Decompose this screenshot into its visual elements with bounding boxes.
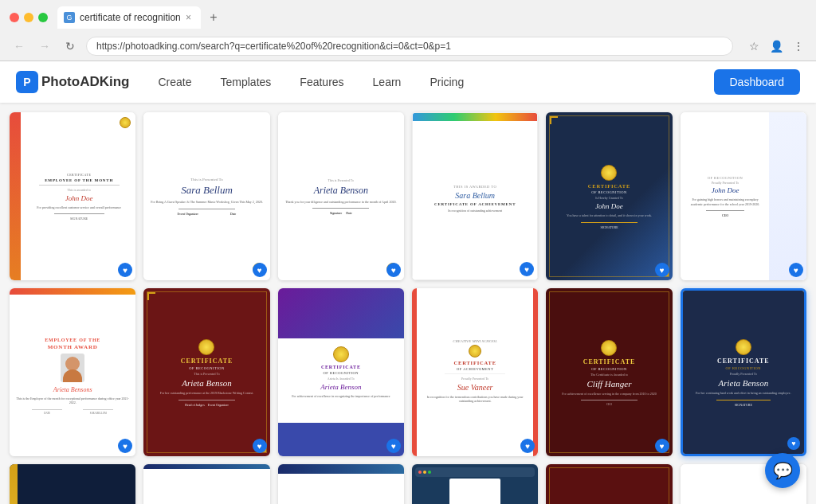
template-card[interactable]: CERTIFICATE OF RECOGNITION Is Hereby Gra…	[546, 112, 672, 280]
favorite-button[interactable]: ♥	[118, 439, 132, 453]
template-card[interactable]: CERTIFICATE OF RECOGNITION This is Prese…	[143, 288, 269, 456]
favorite-button[interactable]: ♥	[655, 263, 669, 277]
card-inner: OF RECOGNITION Proudly Presented To John…	[681, 112, 806, 280]
card-inner: CERTIFICATE OF RECOGNITION The Certifica…	[546, 288, 672, 456]
template-card[interactable]: OF RECOGNITION Proudly Presented To John…	[681, 112, 806, 280]
active-tab[interactable]: G certificate of recognition ×	[57, 6, 201, 29]
card-inner: CERTIFICATE OF RECOGNITION This is Prese…	[143, 288, 269, 456]
card-inner: This is awarded to Sara Bellum Certifica…	[412, 112, 538, 280]
card-inner: CERTIFICATE OF RECOGNITION Arieta Is Awa…	[278, 288, 404, 456]
menu-icon[interactable]: ⋮	[790, 38, 806, 54]
site-logo: P PhotoADKing	[16, 71, 129, 93]
site-nav: P PhotoADKing Create Templates Features …	[0, 61, 816, 103]
chat-button[interactable]: 💬	[765, 453, 800, 488]
nav-learn[interactable]: Learn	[360, 69, 414, 95]
template-card[interactable]: CERTIFICATE OF RECOGNITION Presented To …	[412, 464, 538, 504]
toolbar-icons: ☆ 👤 ⋮	[746, 38, 806, 54]
card-inner: CERTIFICATE OF RECOGNITION Proudly Prese…	[143, 464, 269, 504]
template-card[interactable]: EMPLOYEE OF THE MONTH AWARD Arieta Benso…	[10, 288, 135, 456]
maximize-window-button[interactable]	[38, 13, 48, 22]
browser-toolbar: ← → ↻ https://photoadking.com/search?q=c…	[0, 33, 816, 61]
cert-preview: This is awarded to Sara Bellum Certifica…	[412, 112, 538, 280]
favorite-button[interactable]: ♥	[520, 262, 534, 276]
tab-favicon: G	[64, 12, 75, 23]
logo-text: PhotoADKing	[41, 74, 129, 90]
browser-chrome: G certificate of recognition × + ← → ↻ h…	[0, 0, 816, 61]
nav-features[interactable]: Features	[287, 69, 356, 95]
profile-icon[interactable]: 👤	[768, 38, 784, 54]
cert-preview: CERTIFICATE EMPLOYEE OF THE MONTH This i…	[10, 112, 135, 280]
cert-preview: This is Presented To Sara Bellum For Bei…	[143, 112, 269, 280]
refresh-button[interactable]: ↻	[61, 37, 80, 56]
template-grid-container: CERTIFICATE EMPLOYEE OF THE MONTH This i…	[0, 103, 816, 504]
bookmark-icon[interactable]: ☆	[746, 38, 762, 54]
template-card[interactable]: CERTIFICATE OF RECOGNITION PROUDLY PRESE…	[278, 464, 404, 504]
browser-tabs: G certificate of recognition × +	[57, 6, 806, 29]
template-grid: CERTIFICATE EMPLOYEE OF THE MONTH This i…	[10, 112, 806, 504]
close-window-button[interactable]	[10, 13, 19, 22]
logo-icon: P	[16, 71, 38, 93]
card-inner: This is Presented To Sara Bellum For Bei…	[143, 112, 269, 280]
cert-preview: This is Presented To Arieta Benson Thank…	[278, 112, 404, 280]
nav-templates[interactable]: Templates	[208, 69, 284, 95]
cert-preview: CERTIFICATE OF RECOGNITION Arieta Is Awa…	[278, 288, 404, 456]
page-content: P PhotoADKing Create Templates Features …	[0, 61, 816, 504]
cert-preview: CERTIFICATE OF RECOGNITION Proudly Prese…	[683, 291, 804, 454]
back-button[interactable]: ←	[10, 37, 29, 56]
favorite-button[interactable]: ♥	[787, 437, 800, 450]
template-card[interactable]: CERTIFICATE OF RECOGNITION Arieta Is Awa…	[278, 288, 404, 456]
card-inner: CERTIFICATE OF RECOGNITION Is Hereby Gra…	[546, 112, 672, 280]
cert-preview: CERTIFICATE OF RECOGNITION Proudly Prese…	[143, 464, 269, 504]
template-card[interactable]: CREATIVE MINI SCHOOL CERTIFICATE OF ACHI…	[412, 288, 538, 456]
tab-close-button[interactable]: ×	[186, 12, 191, 23]
card-inner: CERTIFICATE OF RECOGNITION Presented To …	[412, 464, 538, 504]
favorite-button[interactable]: ♥	[789, 263, 803, 277]
template-card[interactable]: CERTIFICATE OF RECOGNITION Proudly Prese…	[143, 464, 269, 504]
forward-button[interactable]: →	[35, 37, 54, 56]
minimize-window-button[interactable]	[24, 13, 33, 22]
template-card[interactable]: CERTIFICATE OF RECOGNITION We Present Th…	[546, 464, 672, 504]
template-card-highlighted[interactable]: CERTIFICATE OF RECOGNITION Proudly Prese…	[681, 288, 806, 456]
template-card[interactable]: CERTIFICATE OF RECOGNITION The Certifica…	[546, 288, 672, 456]
address-bar[interactable]: https://photoadking.com/search?q=certifi…	[86, 37, 733, 56]
card-inner: CERTIFICATE OF RECOGNITION Proudly Prese…	[683, 291, 804, 454]
favorite-button[interactable]: ♥	[118, 263, 132, 277]
favorite-button[interactable]: ♥	[253, 439, 267, 453]
card-inner: CERTIFICATE OF RECOGNITION This Certific…	[10, 464, 135, 504]
cert-preview: CERTIFICATE OF RECOGNITION This Certific…	[10, 464, 135, 504]
cert-preview: EMPLOYEE OF THE MONTH AWARD Arieta Benso…	[10, 288, 135, 456]
new-tab-button[interactable]: +	[204, 8, 223, 27]
card-inner: CERTIFICATE OF RECOGNITION We Present Th…	[546, 464, 672, 504]
favorite-button[interactable]: ♥	[386, 263, 401, 277]
cert-preview: CERTIFICATE OF RECOGNITION Is Hereby Gra…	[546, 112, 672, 280]
card-inner: CERTIFICATE OF RECOGNITION PROUDLY PRESE…	[278, 464, 404, 504]
url-text: https://photoadking.com/search?q=certifi…	[96, 41, 723, 52]
tab-title: certificate of recognition	[80, 12, 181, 23]
cert-preview: CERTIFICATE OF RECOGNITION PROUDLY PRESE…	[278, 464, 404, 504]
card-inner: This is Presented To Arieta Benson Thank…	[278, 112, 404, 280]
card-inner: CERTIFICATE EMPLOYEE OF THE MONTH This i…	[10, 112, 135, 280]
favorite-button[interactable]: ♥	[655, 439, 669, 453]
cert-preview: CERTIFICATE OF RECOGNITION This is Prese…	[143, 288, 269, 456]
template-card[interactable]: CERTIFICATE EMPLOYEE OF THE MONTH This i…	[10, 112, 135, 280]
card-inner: CREATIVE MINI SCHOOL CERTIFICATE OF ACHI…	[412, 288, 538, 456]
cert-preview: OF RECOGNITION Proudly Presented To John…	[681, 112, 806, 280]
card-inner: EMPLOYEE OF THE MONTH AWARD Arieta Benso…	[10, 288, 135, 456]
traffic-lights	[10, 13, 48, 22]
cert-preview: CERTIFICATE OF RECOGNITION Presented To …	[412, 464, 538, 504]
cert-preview: CERTIFICATE OF RECOGNITION We Present Th…	[546, 464, 672, 504]
browser-title-bar: G certificate of recognition × +	[0, 0, 816, 33]
cert-preview: CERTIFICATE OF RECOGNITION The Certifica…	[546, 288, 672, 456]
nav-links: Create Templates Features Learn Pricing	[145, 69, 713, 95]
favorite-button[interactable]: ♥	[253, 263, 267, 277]
nav-pricing[interactable]: Pricing	[417, 69, 477, 95]
template-card[interactable]: This is awarded to Sara Bellum Certifica…	[412, 112, 538, 280]
template-card[interactable]: CERTIFICATE OF RECOGNITION This Certific…	[10, 464, 135, 504]
chat-icon: 💬	[773, 461, 793, 480]
nav-create[interactable]: Create	[145, 69, 204, 95]
template-card[interactable]: This is Presented To Sara Bellum For Bei…	[143, 112, 269, 280]
template-card[interactable]: This is Presented To Arieta Benson Thank…	[278, 112, 404, 280]
cert-preview: CREATIVE MINI SCHOOL CERTIFICATE OF ACHI…	[412, 288, 538, 456]
dashboard-button[interactable]: Dashboard	[714, 69, 801, 95]
